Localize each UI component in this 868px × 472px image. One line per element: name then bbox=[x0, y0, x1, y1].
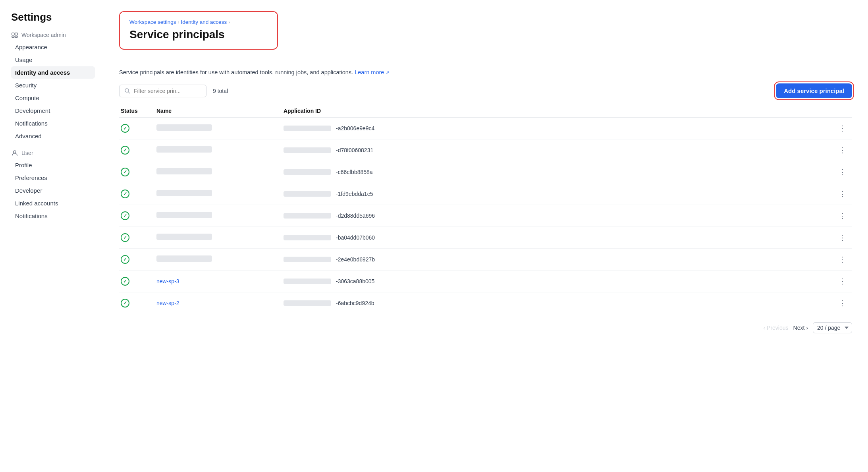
app-id-cell: -6abcbc9d924b bbox=[284, 300, 835, 306]
table-row: -d78f00608231⋮ bbox=[119, 139, 852, 161]
page-size-select[interactable]: 10 / page 20 / page 50 / page bbox=[813, 322, 852, 333]
sidebar: Settings Workspace admin AppearanceUsage… bbox=[0, 0, 103, 472]
svg-rect-3 bbox=[15, 36, 17, 38]
app-id-cell: -d78f00608231 bbox=[284, 147, 835, 153]
total-count: 9 total bbox=[213, 88, 228, 94]
sidebar-item-appearance[interactable]: Appearance bbox=[11, 41, 95, 53]
app-id-cell: -2e4e0bd6927b bbox=[284, 256, 835, 263]
sidebar-item-security[interactable]: Security bbox=[11, 79, 95, 91]
next-button[interactable]: Next › bbox=[793, 325, 808, 331]
status-cell bbox=[121, 146, 156, 155]
breadcrumb: Workspace settings › Identity and access… bbox=[129, 19, 268, 25]
workspace-admin-icon bbox=[11, 31, 18, 39]
active-status-icon bbox=[121, 277, 129, 286]
search-box[interactable] bbox=[119, 85, 206, 97]
sidebar-item-developer[interactable]: Developer bbox=[11, 184, 95, 197]
pagination: ‹ Previous Next › 10 / page 20 / page 50… bbox=[119, 322, 852, 333]
status-cell bbox=[121, 255, 156, 264]
breadcrumb-workspace[interactable]: Workspace settings bbox=[129, 19, 176, 25]
table-header: Status Name Application ID bbox=[119, 104, 852, 118]
col-actions bbox=[835, 108, 851, 114]
table-row: -c66cfbb8858a⋮ bbox=[119, 161, 852, 183]
user-items-list: ProfilePreferencesDeveloperLinked accoun… bbox=[11, 159, 103, 222]
status-cell bbox=[121, 211, 156, 220]
add-service-principal-button[interactable]: Add service principal bbox=[776, 83, 852, 98]
name-cell bbox=[156, 234, 284, 242]
row-more-button[interactable]: ⋮ bbox=[835, 122, 851, 134]
row-more-button[interactable]: ⋮ bbox=[835, 210, 851, 222]
user-label: User bbox=[21, 150, 33, 156]
status-cell bbox=[121, 233, 156, 242]
row-more-button[interactable]: ⋮ bbox=[835, 275, 851, 287]
search-input[interactable] bbox=[134, 88, 201, 94]
row-more-button[interactable]: ⋮ bbox=[835, 166, 851, 178]
next-chevron: › bbox=[806, 325, 808, 331]
active-status-icon bbox=[121, 255, 129, 264]
row-more-button[interactable]: ⋮ bbox=[835, 297, 851, 309]
description-text: Service principals are identities for us… bbox=[119, 69, 852, 75]
svg-rect-1 bbox=[15, 33, 17, 35]
row-more-button[interactable]: ⋮ bbox=[835, 188, 851, 200]
sidebar-item-identity-access[interactable]: Identity and access bbox=[11, 66, 95, 79]
header-box: Workspace settings › Identity and access… bbox=[119, 11, 278, 50]
table-row: -a2b006e9e9c4⋮ bbox=[119, 118, 852, 139]
row-more-button[interactable]: ⋮ bbox=[835, 144, 851, 156]
table-row: -2e4e0bd6927b⋮ bbox=[119, 249, 852, 271]
svg-point-5 bbox=[125, 89, 129, 92]
active-status-icon bbox=[121, 211, 129, 220]
name-cell[interactable]: new-sp-2 bbox=[156, 300, 284, 306]
breadcrumb-identity[interactable]: Identity and access bbox=[181, 19, 227, 25]
app-id-cell: -c66cfbb8858a bbox=[284, 169, 835, 175]
svg-rect-0 bbox=[12, 33, 14, 35]
prev-chevron: ‹ bbox=[763, 325, 765, 331]
active-status-icon bbox=[121, 124, 129, 133]
breadcrumb-sep1: › bbox=[178, 19, 179, 25]
active-status-icon bbox=[121, 190, 129, 198]
row-more-button[interactable]: ⋮ bbox=[835, 253, 851, 265]
name-cell bbox=[156, 190, 284, 198]
toolbar: 9 total Add service principal bbox=[119, 83, 852, 98]
workspace-admin-label: Workspace admin bbox=[21, 32, 66, 38]
app-id-cell: -1fd9ebdda1c5 bbox=[284, 191, 835, 197]
row-more-button[interactable]: ⋮ bbox=[835, 232, 851, 244]
col-name: Name bbox=[156, 108, 284, 114]
table-row: -d2d88dd5a696⋮ bbox=[119, 205, 852, 227]
status-cell bbox=[121, 168, 156, 176]
learn-more-link[interactable]: Learn more bbox=[355, 69, 390, 75]
sidebar-item-notifications-ws[interactable]: Notifications bbox=[11, 117, 95, 130]
service-principals-table: Status Name Application ID -a2b006e9e9c4… bbox=[119, 104, 852, 314]
app-id-cell: -ba04dd07b060 bbox=[284, 234, 835, 241]
previous-button[interactable]: ‹ Previous bbox=[763, 325, 788, 331]
sidebar-item-preferences[interactable]: Preferences bbox=[11, 172, 95, 184]
table-row: -1fd9ebdda1c5⋮ bbox=[119, 183, 852, 205]
sidebar-item-notifications-user[interactable]: Notifications bbox=[11, 210, 95, 222]
page-title: Service principals bbox=[129, 28, 268, 41]
col-status: Status bbox=[121, 108, 156, 114]
table-row: -ba04dd07b060⋮ bbox=[119, 227, 852, 249]
sidebar-title: Settings bbox=[11, 11, 103, 23]
name-cell bbox=[156, 168, 284, 176]
svg-line-6 bbox=[128, 92, 130, 93]
sidebar-item-usage[interactable]: Usage bbox=[11, 54, 95, 66]
status-cell bbox=[121, 299, 156, 308]
sidebar-item-development[interactable]: Development bbox=[11, 104, 95, 117]
sidebar-item-advanced[interactable]: Advanced bbox=[11, 130, 95, 142]
name-cell bbox=[156, 146, 284, 154]
previous-label: Previous bbox=[767, 325, 788, 331]
main-content: Workspace settings › Identity and access… bbox=[103, 0, 868, 472]
app-id-cell: -3063ca88b005 bbox=[284, 278, 835, 284]
sidebar-item-linked-accounts[interactable]: Linked accounts bbox=[11, 197, 95, 209]
active-status-icon bbox=[121, 299, 129, 308]
name-cell[interactable]: new-sp-3 bbox=[156, 278, 284, 284]
sidebar-item-compute[interactable]: Compute bbox=[11, 92, 95, 104]
sidebar-item-profile[interactable]: Profile bbox=[11, 159, 95, 171]
next-label: Next bbox=[793, 325, 805, 331]
active-status-icon bbox=[121, 233, 129, 242]
toolbar-left: 9 total bbox=[119, 85, 228, 97]
workspace-admin-section: Workspace admin bbox=[11, 31, 103, 39]
name-cell bbox=[156, 212, 284, 220]
table-row: new-sp-2-6abcbc9d924b⋮ bbox=[119, 292, 852, 314]
user-section: User bbox=[11, 149, 103, 157]
table-rows-container: -a2b006e9e9c4⋮-d78f00608231⋮-c66cfbb8858… bbox=[119, 118, 852, 314]
svg-point-4 bbox=[14, 151, 16, 153]
